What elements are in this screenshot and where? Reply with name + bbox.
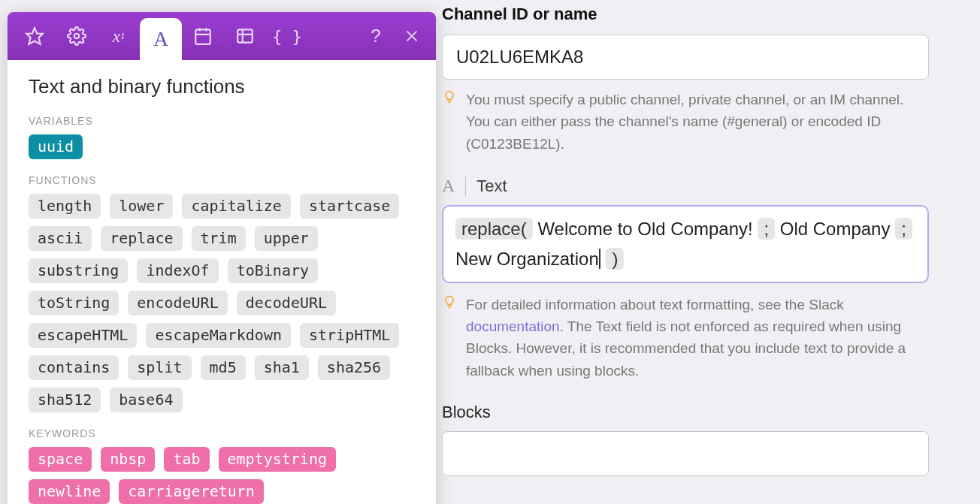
svg-point-1 — [74, 34, 80, 39]
blocks-label: Blocks — [442, 403, 971, 422]
tab-settings[interactable] — [56, 12, 98, 60]
keywords-list: spacenbsptabemptystringnewlinecarriagere… — [29, 447, 415, 504]
svg-rect-6 — [237, 29, 253, 42]
tab-date[interactable] — [182, 12, 224, 60]
svg-rect-2 — [195, 29, 210, 44]
help-button[interactable]: ? — [358, 12, 394, 60]
tab-array[interactable] — [224, 12, 266, 60]
function-chip-capitalize[interactable]: capitalize — [182, 194, 290, 219]
text-field-label: Text — [476, 177, 507, 196]
channel-input[interactable]: U02LU6EMKA8 — [442, 35, 929, 80]
function-chip-indexOf[interactable]: indexOf — [137, 258, 218, 283]
functions-panel: x1 A { } ? Text and binary functions VAR… — [8, 12, 436, 504]
tab-text[interactable]: A — [140, 18, 182, 60]
keyword-chip-space[interactable]: space — [29, 447, 92, 472]
text-type-icon: A — [442, 176, 455, 196]
function-chip-escapeHTML[interactable]: escapeHTML — [29, 323, 137, 348]
keywords-heading: KEYWORDS — [29, 427, 415, 439]
function-chip-length[interactable]: length — [29, 194, 101, 219]
expr-token-replace-open: replace( — [455, 218, 533, 240]
function-chip-md5[interactable]: md5 — [201, 355, 246, 380]
channel-hint-text: You must specify a public channel, priva… — [466, 89, 929, 155]
list-icon — [235, 26, 255, 46]
function-chip-escapeMarkdown[interactable]: escapeMarkdown — [146, 323, 291, 348]
text-hint: For detailed information about text form… — [442, 294, 929, 382]
variables-list: uuid — [29, 134, 415, 159]
svg-marker-0 — [26, 28, 43, 44]
config-form: Channel ID or name U02LU6EMKA8 You must … — [442, 0, 971, 476]
expr-literal-2: Old Company — [775, 219, 895, 239]
function-chip-decodeURL[interactable]: decodeURL — [237, 291, 336, 315]
keyword-chip-nbsp[interactable]: nbsp — [101, 447, 155, 472]
tab-favorites[interactable] — [14, 12, 56, 60]
function-chip-encodeURL[interactable]: encodeURL — [128, 291, 227, 315]
close-icon — [404, 28, 420, 44]
text-field-header: A Text — [442, 176, 971, 196]
function-chip-ascii[interactable]: ascii — [29, 226, 92, 251]
function-chip-toString[interactable]: toString — [29, 291, 119, 315]
channel-label: Channel ID or name — [442, 5, 971, 24]
channel-input-value: U02LU6EMKA8 — [456, 47, 583, 68]
function-chip-contains[interactable]: contains — [29, 355, 119, 380]
text-hint-text: For detailed information about text form… — [466, 294, 929, 382]
panel-tabbar: x1 A { } ? — [8, 12, 436, 60]
function-chip-replace[interactable]: replace — [101, 226, 182, 251]
keyword-chip-emptystring[interactable]: emptystring — [219, 447, 336, 472]
lightbulb-icon — [442, 294, 457, 382]
function-chip-upper[interactable]: upper — [255, 226, 318, 251]
tab-math[interactable]: x1 — [98, 12, 140, 60]
blocks-input[interactable] — [442, 431, 929, 476]
variable-chip-uuid[interactable]: uuid — [29, 134, 83, 159]
lightbulb-icon — [442, 89, 457, 155]
function-chip-base64[interactable]: base64 — [110, 388, 182, 412]
function-chip-sha1[interactable]: sha1 — [255, 355, 309, 380]
gear-icon — [67, 26, 86, 46]
function-chip-sha256[interactable]: sha256 — [318, 355, 390, 380]
function-chip-lower[interactable]: lower — [110, 194, 173, 219]
keyword-chip-newline[interactable]: newline — [29, 479, 110, 504]
expr-literal-3: New Organization — [455, 249, 599, 269]
expr-literal-1: Welcome to Old Company! — [533, 219, 758, 239]
function-chip-toBinary[interactable]: toBinary — [228, 258, 318, 283]
functions-heading: FUNCTIONS — [29, 174, 415, 186]
keyword-chip-tab[interactable]: tab — [164, 447, 209, 472]
variables-heading: VARIABLES — [29, 115, 415, 127]
text-expression-input[interactable]: replace( Welcome to Old Company! ; Old C… — [442, 205, 929, 282]
function-chip-trim[interactable]: trim — [192, 226, 246, 251]
divider — [465, 177, 466, 196]
function-chip-substring[interactable]: substring — [29, 258, 128, 283]
text-caret — [599, 249, 600, 269]
expr-token-sep1: ; — [758, 218, 775, 240]
function-chip-stripHTML[interactable]: stripHTML — [300, 323, 399, 348]
keyword-chip-carriagereturn[interactable]: carriagereturn — [119, 479, 264, 504]
function-chip-sha512[interactable]: sha512 — [29, 388, 101, 412]
panel-body: Text and binary functions VARIABLES uuid… — [8, 60, 436, 504]
star-icon — [25, 26, 44, 46]
channel-hint: You must specify a public channel, priva… — [442, 89, 929, 155]
function-chip-startcase[interactable]: startcase — [300, 194, 399, 219]
functions-list: lengthlowercapitalizestartcaseasciirepla… — [29, 194, 415, 412]
panel-title: Text and binary functions — [29, 75, 415, 98]
close-button[interactable] — [394, 12, 430, 60]
documentation-link[interactable]: documentation — [466, 318, 560, 334]
calendar-icon — [193, 26, 213, 46]
function-chip-split[interactable]: split — [128, 355, 191, 380]
tab-json[interactable]: { } — [266, 12, 308, 60]
expr-token-close: ) — [606, 248, 624, 270]
expr-token-sep2: ; — [895, 218, 912, 240]
